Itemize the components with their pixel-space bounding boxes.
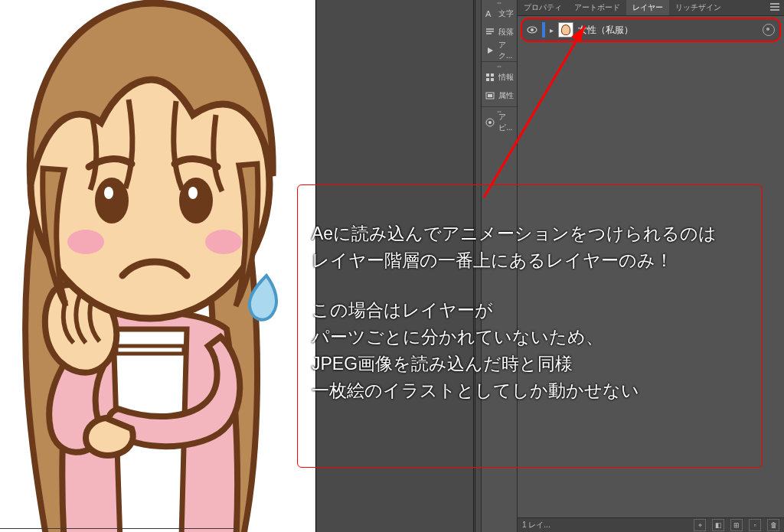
svg-point-5 — [188, 187, 198, 199]
character-icon: A — [485, 8, 495, 19]
annotation-callout: Aeに読み込んでアニメーションをつけられるのは レイヤー階層の一番上にあるレイヤ… — [297, 184, 763, 468]
svg-point-6 — [67, 230, 104, 254]
tab-rich[interactable]: リッチザイン — [669, 0, 727, 15]
svg-point-18 — [531, 28, 534, 31]
panel-menu-icon[interactable] — [766, 3, 784, 12]
tab-layers[interactable]: レイヤー — [626, 0, 669, 15]
svg-point-16 — [488, 121, 492, 124]
info-icon — [485, 72, 495, 83]
panel-label: 段落 — [498, 27, 514, 38]
panel-icon-appearance[interactable]: アピ... — [482, 113, 517, 132]
panel-label: 情報 — [498, 72, 514, 83]
app-root: •• A 文字 段落 アク... •• 情報 — [0, 0, 784, 532]
panel-label: アク... — [498, 40, 514, 61]
panel-tabs: プロパティ アートボード レイヤー リッチザイン — [518, 0, 784, 16]
canvas-baseline — [0, 528, 237, 529]
expand-chevron-icon[interactable]: ▸ — [550, 26, 554, 34]
tab-artboard[interactable]: アートボード — [568, 0, 626, 15]
svg-point-4 — [179, 178, 213, 224]
layers-list: ▸ 女性（私服） — [518, 18, 784, 42]
svg-rect-10 — [491, 73, 494, 77]
layer-row[interactable]: ▸ 女性（私服） — [521, 18, 781, 42]
illustration — [0, 0, 315, 532]
new-layer-icon[interactable]: ▫ — [749, 519, 761, 531]
svg-rect-9 — [486, 73, 489, 77]
callout-text-1: Aeに読み込んでアニメーションをつけられるのは レイヤー階層の一番上にあるレイヤ… — [312, 220, 748, 274]
tab-properties[interactable]: プロパティ — [518, 0, 568, 15]
svg-rect-11 — [486, 78, 489, 81]
play-icon — [485, 45, 495, 56]
visibility-icon[interactable] — [527, 24, 537, 35]
locate-layer-icon[interactable]: ⌖ — [694, 519, 706, 531]
panel-icon-character[interactable]: A 文字 — [482, 5, 517, 23]
target-icon[interactable] — [763, 24, 775, 36]
svg-point-3 — [104, 187, 113, 199]
svg-point-2 — [95, 178, 129, 224]
panel-icon-info[interactable]: 情報 — [482, 68, 517, 86]
canvas-area — [0, 0, 325, 532]
new-sublayer-icon[interactable]: ⊞ — [730, 519, 743, 531]
panel-label: 文字 — [498, 8, 514, 19]
layer-count-label: 1 レイ... — [522, 520, 550, 530]
layer-name[interactable]: 女性（私服） — [578, 24, 633, 37]
callout-text-2: この場合はレイヤーが パーツごとに分かれていないため、 JPEG画像を読み込んだ… — [312, 297, 748, 404]
panel-icon-attributes[interactable]: 属性 — [482, 86, 517, 105]
panel-icon-paragraph[interactable]: 段落 — [482, 23, 517, 41]
delete-layer-icon[interactable]: 🗑 — [767, 519, 779, 531]
panel-label: 属性 — [498, 90, 514, 101]
layer-color-swatch — [542, 22, 545, 38]
artboard[interactable] — [0, 0, 315, 532]
clip-mask-icon[interactable]: ◧ — [712, 519, 724, 531]
svg-rect-14 — [488, 94, 492, 97]
appearance-icon — [485, 117, 495, 128]
paragraph-icon — [485, 27, 495, 38]
layers-status-bar: 1 レイ... ⌖ ◧ ⊞ ▫ 🗑 — [518, 517, 784, 532]
svg-rect-12 — [491, 78, 494, 81]
attributes-icon — [485, 90, 495, 101]
layer-thumbnail — [558, 22, 573, 38]
panel-label: アピ... — [498, 112, 514, 133]
svg-point-7 — [205, 230, 242, 254]
svg-text:A: A — [485, 9, 492, 18]
panel-icon-actions[interactable]: アク... — [482, 41, 517, 60]
